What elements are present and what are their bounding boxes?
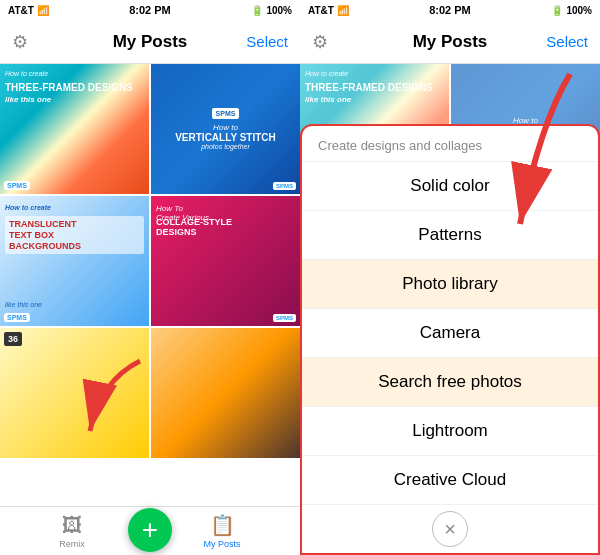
nav-bar-right: ⚙ My Posts Select — [300, 20, 600, 64]
menu-item-lightroom[interactable]: Lightroom — [302, 407, 598, 456]
spms-logo: SPMS — [212, 108, 240, 119]
status-bar-left: AT&T 📶 8:02 PM 🔋 100% — [0, 0, 300, 20]
gear-icon-right[interactable]: ⚙ — [312, 31, 328, 53]
battery-pct-right: 100% — [566, 5, 592, 16]
tab-remix[interactable]: 🖼 Remix — [59, 514, 85, 549]
trans-like: like this one — [5, 301, 42, 308]
menu-item-solid-color[interactable]: Solid color — [302, 162, 598, 211]
trans-big-title: TRANSLUCENTTEXT BOXBACKGROUNDS — [9, 219, 140, 251]
spms-badge-2: SPMS — [273, 182, 296, 190]
fab-add-button[interactable]: + — [128, 508, 172, 552]
battery-pct-left: 100% — [266, 5, 292, 16]
post-title-1: THREE-FRAMED DESIGNSlike this one — [5, 82, 144, 105]
gear-icon-left[interactable]: ⚙ — [12, 31, 28, 53]
collage-big-title: COLLAGE-STYLEDESIGNS — [156, 218, 295, 238]
select-button-right[interactable]: Select — [546, 33, 588, 50]
battery-status-right: 🔋 100% — [551, 5, 592, 16]
status-bar-right: AT&T 📶 8:02 PM 🔋 100% — [300, 0, 600, 20]
menu-item-patterns[interactable]: Patterns — [302, 211, 598, 260]
spms-badge-4: SPMS — [273, 314, 296, 322]
tab-my-posts[interactable]: 📋 My Posts — [204, 513, 241, 549]
post-how-to: How to create — [5, 70, 48, 77]
post-item[interactable]: How to create THREE-FRAMED DESIGNSlike t… — [0, 64, 149, 194]
remix-label: Remix — [59, 539, 85, 549]
wifi-icon: 📶 — [37, 5, 49, 16]
wifi-icon-right: 📶 — [337, 5, 349, 16]
how-to-trans: How to create — [5, 204, 51, 211]
my-posts-label: My Posts — [204, 539, 241, 549]
how-to-label: How to — [213, 123, 238, 132]
battery-icon-right: 🔋 — [551, 5, 563, 16]
post-item[interactable]: How ToCreate Various COLLAGE-STYLEDESIGN… — [151, 196, 300, 326]
menu-header: Create designs and collages — [302, 126, 598, 162]
plus-icon: + — [142, 514, 158, 546]
menu-item-camera[interactable]: Camera — [302, 309, 598, 358]
left-panel: AT&T 📶 8:02 PM 🔋 100% ⚙ My Posts Select … — [0, 0, 300, 555]
close-icon: × — [444, 518, 456, 541]
tab-bar-left: 🖼 Remix + 📋 My Posts — [0, 506, 300, 555]
battery-status-left: 🔋 100% — [251, 5, 292, 16]
carrier-text-left: AT&T — [8, 5, 34, 16]
carrier-text-right: AT&T — [308, 5, 334, 16]
time-left: 8:02 PM — [129, 4, 171, 16]
close-button[interactable]: × — [432, 511, 468, 547]
post-number: 36 — [4, 332, 22, 346]
carrier-signal-left: AT&T 📶 — [8, 5, 49, 16]
carrier-signal-right: AT&T 📶 — [308, 5, 349, 16]
nav-bar-left: ⚙ My Posts Select — [0, 20, 300, 64]
vert-title: VERTICALLY STITCH — [175, 132, 276, 143]
menu-item-creative-cloud[interactable]: Creative Cloud — [302, 456, 598, 505]
right-panel: AT&T 📶 8:02 PM 🔋 100% ⚙ My Posts Select … — [300, 0, 600, 555]
spms-badge-3: SPMS — [4, 313, 30, 322]
spms-badge: SPMS — [4, 181, 30, 190]
battery-icon-left: 🔋 — [251, 5, 263, 16]
posts-grid-left: How to create THREE-FRAMED DESIGNSlike t… — [0, 64, 300, 506]
page-title-right: My Posts — [413, 32, 488, 52]
select-button-left[interactable]: Select — [246, 33, 288, 50]
page-title-left: My Posts — [113, 32, 188, 52]
vert-sub: photos together — [201, 143, 250, 150]
post-item[interactable] — [151, 328, 300, 458]
menu-item-photo-library[interactable]: Photo library — [302, 260, 598, 309]
vert-stitch-content: SPMS How to VERTICALLY STITCH photos tog… — [151, 64, 300, 194]
my-posts-icon: 📋 — [210, 513, 235, 537]
menu-item-search-free-photos[interactable]: Search free photos — [302, 358, 598, 407]
bottom-sheet-menu: Create designs and collages Solid color … — [300, 124, 600, 555]
post-item[interactable]: 36 — [0, 328, 149, 458]
time-right: 8:02 PM — [429, 4, 471, 16]
post-item[interactable]: How to create TRANSLUCENTTEXT BOXBACKGRO… — [0, 196, 149, 326]
post-item[interactable]: SPMS How to VERTICALLY STITCH photos tog… — [151, 64, 300, 194]
translucent-title: TRANSLUCENTTEXT BOXBACKGROUNDS — [5, 216, 144, 254]
remix-icon: 🖼 — [62, 514, 82, 537]
